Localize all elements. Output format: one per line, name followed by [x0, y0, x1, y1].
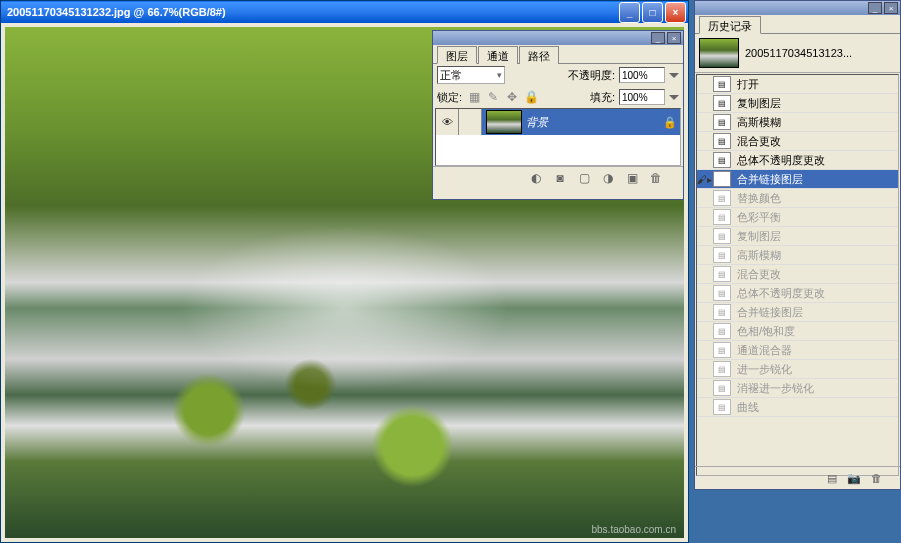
panel-tabs: 图层 通道 路径: [433, 45, 683, 64]
history-item[interactable]: ▤复制图层: [697, 227, 898, 246]
history-step-icon: ▤: [713, 209, 731, 225]
panel-minimize-button[interactable]: _: [651, 32, 665, 44]
tab-channels[interactable]: 通道: [478, 46, 518, 64]
snapshot-thumbnail: [699, 38, 739, 68]
history-item-label: 合并链接图层: [737, 305, 803, 320]
layer-mask-icon[interactable]: ◙: [551, 169, 569, 187]
adjustment-layer-icon[interactable]: ◑: [599, 169, 617, 187]
opacity-label: 不透明度:: [568, 68, 615, 83]
lock-transparent-icon[interactable]: ▦: [466, 89, 482, 105]
history-item-label: 高斯模糊: [737, 115, 781, 130]
history-step-icon: ▤: [713, 95, 731, 111]
lock-all-icon[interactable]: 🔒: [523, 89, 539, 105]
opacity-value[interactable]: 100%: [619, 67, 665, 83]
history-step-icon: ▤: [713, 247, 731, 263]
history-item[interactable]: ▤合并链接图层: [697, 303, 898, 322]
new-document-icon[interactable]: ▤: [824, 470, 840, 486]
document-titlebar[interactable]: 20051170345131232.jpg @ 66.7%(RGB/8#) _ …: [1, 1, 688, 23]
history-item[interactable]: ▤高斯模糊: [697, 113, 898, 132]
history-item-label: 消褪进一步锐化: [737, 381, 814, 396]
history-step-icon: ▤: [713, 114, 731, 130]
panel-titlebar[interactable]: _ ×: [433, 31, 683, 45]
history-step-icon: ▤: [713, 342, 731, 358]
watermark: bbs.taobao.com.cn: [592, 524, 677, 535]
visibility-icon[interactable]: 👁: [436, 109, 459, 135]
history-step-icon: ▤: [713, 228, 731, 244]
document-title: 20051170345131232.jpg @ 66.7%(RGB/8#): [7, 6, 619, 18]
history-item-label: 替换颜色: [737, 191, 781, 206]
history-item-label: 总体不透明度更改: [737, 153, 825, 168]
fill-label: 填充:: [590, 90, 615, 105]
history-item[interactable]: 🖌▸▤合并链接图层: [697, 170, 898, 189]
history-item[interactable]: ▤色彩平衡: [697, 208, 898, 227]
lock-icon: 🔒: [660, 116, 680, 129]
delete-layer-icon[interactable]: 🗑: [647, 169, 665, 187]
link-column[interactable]: [459, 109, 482, 135]
history-item[interactable]: ▤总体不透明度更改: [697, 284, 898, 303]
history-item-label: 通道混合器: [737, 343, 792, 358]
snapshot-name: 2005117034513123...: [745, 47, 852, 59]
new-snapshot-icon[interactable]: 📷: [846, 470, 862, 486]
lock-position-icon[interactable]: ✥: [504, 89, 520, 105]
history-step-icon: ▤: [713, 171, 731, 187]
history-item[interactable]: ▤进一步锐化: [697, 360, 898, 379]
history-step-icon: ▤: [713, 380, 731, 396]
new-set-icon[interactable]: ▢: [575, 169, 593, 187]
history-list: ▤打开▤复制图层▤高斯模糊▤混合更改▤总体不透明度更改🖌▸▤合并链接图层▤替换颜…: [696, 74, 899, 476]
history-item[interactable]: ▤打开: [697, 75, 898, 94]
layer-list: 👁 背景 🔒: [435, 108, 681, 166]
history-item-label: 混合更改: [737, 267, 781, 282]
history-item-label: 曲线: [737, 400, 759, 415]
tab-layers[interactable]: 图层: [437, 46, 477, 64]
history-item[interactable]: ▤高斯模糊: [697, 246, 898, 265]
history-item-label: 色彩平衡: [737, 210, 781, 225]
history-item[interactable]: ▤混合更改: [697, 132, 898, 151]
layer-row[interactable]: 👁 背景 🔒: [436, 109, 680, 135]
opacity-slider-icon[interactable]: [669, 73, 679, 78]
lock-label: 锁定:: [437, 90, 462, 105]
history-close-button[interactable]: ×: [884, 2, 898, 14]
history-step-icon: ▤: [713, 133, 731, 149]
history-step-icon: ▤: [713, 76, 731, 92]
tab-paths[interactable]: 路径: [519, 46, 559, 64]
maximize-button[interactable]: □: [642, 2, 663, 23]
panel-close-button[interactable]: ×: [667, 32, 681, 44]
history-item[interactable]: ▤色相/饱和度: [697, 322, 898, 341]
history-item[interactable]: ▤消褪进一步锐化: [697, 379, 898, 398]
history-step-icon: ▤: [713, 152, 731, 168]
layer-name: 背景: [526, 115, 660, 130]
history-titlebar[interactable]: _ ×: [695, 1, 900, 15]
history-item[interactable]: ▤总体不透明度更改: [697, 151, 898, 170]
history-buttons: ▤ 📷 🗑: [695, 466, 900, 489]
history-item[interactable]: ▤曲线: [697, 398, 898, 417]
history-minimize-button[interactable]: _: [868, 2, 882, 14]
delete-state-icon[interactable]: 🗑: [868, 470, 884, 486]
history-step-icon: ▤: [713, 304, 731, 320]
minimize-button[interactable]: _: [619, 2, 640, 23]
blend-mode-select[interactable]: 正常: [437, 66, 505, 84]
fill-value[interactable]: 100%: [619, 89, 665, 105]
history-item-label: 色相/饱和度: [737, 324, 795, 339]
history-item-label: 打开: [737, 77, 759, 92]
history-item[interactable]: ▤通道混合器: [697, 341, 898, 360]
fill-slider-icon[interactable]: [669, 95, 679, 100]
history-item-label: 合并链接图层: [737, 172, 803, 187]
history-item[interactable]: ▤混合更改: [697, 265, 898, 284]
new-layer-icon[interactable]: ▣: [623, 169, 641, 187]
tab-history[interactable]: 历史记录: [699, 16, 761, 34]
history-step-icon: ▤: [713, 323, 731, 339]
history-item[interactable]: ▤复制图层: [697, 94, 898, 113]
history-snapshot[interactable]: 2005117034513123...: [695, 34, 900, 73]
history-item-label: 进一步锐化: [737, 362, 792, 377]
history-step-icon: ▤: [713, 266, 731, 282]
layer-style-icon[interactable]: ◐: [527, 169, 545, 187]
close-button[interactable]: ×: [665, 2, 686, 23]
layer-thumbnail[interactable]: [486, 110, 522, 134]
lock-pixels-icon[interactable]: ✎: [485, 89, 501, 105]
lock-row: 锁定: ▦ ✎ ✥ 🔒 填充: 100%: [433, 86, 683, 108]
history-step-icon: ▤: [713, 190, 731, 206]
blend-row: 正常 不透明度: 100%: [433, 64, 683, 86]
history-item-label: 总体不透明度更改: [737, 286, 825, 301]
history-item-label: 复制图层: [737, 96, 781, 111]
history-item[interactable]: ▤替换颜色: [697, 189, 898, 208]
